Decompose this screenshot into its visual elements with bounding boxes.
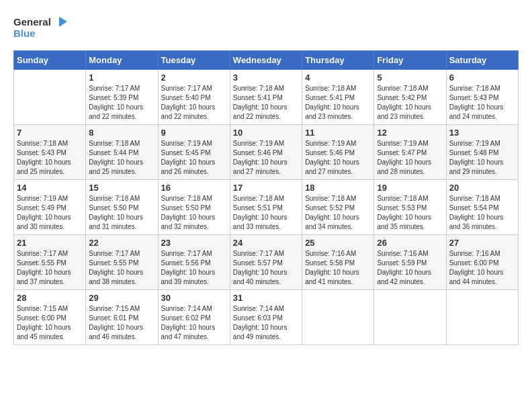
day-info: Sunrise: 7:19 AM Sunset: 5:47 PM Dayligh… <box>377 139 443 177</box>
day-info: Sunrise: 7:18 AM Sunset: 5:43 PM Dayligh… <box>17 139 83 177</box>
day-number: 30 <box>161 293 227 303</box>
day-number: 15 <box>89 183 154 193</box>
day-info: Sunrise: 7:15 AM Sunset: 6:01 PM Dayligh… <box>89 304 154 342</box>
day-info: Sunrise: 7:19 AM Sunset: 5:48 PM Dayligh… <box>449 139 515 177</box>
day-info: Sunrise: 7:16 AM Sunset: 5:59 PM Dayligh… <box>377 249 443 287</box>
day-cell: 16Sunrise: 7:18 AM Sunset: 5:50 PM Dayli… <box>158 180 230 235</box>
day-number: 31 <box>233 293 299 303</box>
day-cell: 5Sunrise: 7:18 AM Sunset: 5:42 PM Daylig… <box>374 70 446 125</box>
header-row: SundayMondayTuesdayWednesdayThursdayFrid… <box>14 51 519 70</box>
day-info: Sunrise: 7:14 AM Sunset: 6:02 PM Dayligh… <box>161 304 227 342</box>
day-number: 28 <box>17 293 83 303</box>
day-number: 3 <box>233 73 299 83</box>
day-cell: 29Sunrise: 7:15 AM Sunset: 6:01 PM Dayli… <box>86 290 158 345</box>
day-cell <box>302 290 374 345</box>
day-number: 20 <box>449 183 515 193</box>
day-cell: 15Sunrise: 7:18 AM Sunset: 5:50 PM Dayli… <box>86 180 158 235</box>
day-info: Sunrise: 7:19 AM Sunset: 5:49 PM Dayligh… <box>17 194 83 232</box>
day-cell: 1Sunrise: 7:17 AM Sunset: 5:39 PM Daylig… <box>86 70 158 125</box>
header-cell-saturday: Saturday <box>446 51 518 70</box>
day-info: Sunrise: 7:17 AM Sunset: 5:56 PM Dayligh… <box>161 249 227 287</box>
day-cell: 28Sunrise: 7:15 AM Sunset: 6:00 PM Dayli… <box>14 290 86 345</box>
day-number: 26 <box>377 238 443 248</box>
day-info: Sunrise: 7:17 AM Sunset: 5:55 PM Dayligh… <box>17 249 83 287</box>
day-info: Sunrise: 7:18 AM Sunset: 5:44 PM Dayligh… <box>89 139 154 177</box>
day-info: Sunrise: 7:19 AM Sunset: 5:45 PM Dayligh… <box>161 139 227 177</box>
day-number: 5 <box>377 73 443 83</box>
day-number: 24 <box>233 238 299 248</box>
week-row-2: 7Sunrise: 7:18 AM Sunset: 5:43 PM Daylig… <box>14 125 519 180</box>
day-number: 22 <box>89 238 154 248</box>
day-number: 7 <box>17 128 83 138</box>
day-cell: 22Sunrise: 7:17 AM Sunset: 5:55 PM Dayli… <box>86 235 158 290</box>
logo-icon: GeneralBlue <box>13 13 74 44</box>
day-number: 25 <box>305 238 371 248</box>
day-number: 18 <box>305 183 371 193</box>
day-cell: 24Sunrise: 7:17 AM Sunset: 5:57 PM Dayli… <box>230 235 302 290</box>
header-cell-thursday: Thursday <box>302 51 374 70</box>
day-cell: 14Sunrise: 7:19 AM Sunset: 5:49 PM Dayli… <box>14 180 86 235</box>
header-cell-sunday: Sunday <box>14 51 86 70</box>
day-cell: 18Sunrise: 7:18 AM Sunset: 5:52 PM Dayli… <box>302 180 374 235</box>
day-cell <box>446 290 518 345</box>
day-cell <box>374 290 446 345</box>
header-cell-wednesday: Wednesday <box>230 51 302 70</box>
day-number: 1 <box>89 73 154 83</box>
day-cell: 23Sunrise: 7:17 AM Sunset: 5:56 PM Dayli… <box>158 235 230 290</box>
day-cell: 31Sunrise: 7:14 AM Sunset: 6:03 PM Dayli… <box>230 290 302 345</box>
day-cell: 9Sunrise: 7:19 AM Sunset: 5:45 PM Daylig… <box>158 125 230 180</box>
day-info: Sunrise: 7:18 AM Sunset: 5:41 PM Dayligh… <box>305 84 371 122</box>
week-row-1: 1Sunrise: 7:17 AM Sunset: 5:39 PM Daylig… <box>14 70 519 125</box>
day-cell: 13Sunrise: 7:19 AM Sunset: 5:48 PM Dayli… <box>446 125 518 180</box>
day-info: Sunrise: 7:18 AM Sunset: 5:41 PM Dayligh… <box>233 84 299 122</box>
day-number: 11 <box>305 128 371 138</box>
day-cell: 27Sunrise: 7:16 AM Sunset: 6:00 PM Dayli… <box>446 235 518 290</box>
day-cell <box>14 70 86 125</box>
day-cell: 3Sunrise: 7:18 AM Sunset: 5:41 PM Daylig… <box>230 70 302 125</box>
day-cell: 19Sunrise: 7:18 AM Sunset: 5:53 PM Dayli… <box>374 180 446 235</box>
day-number: 23 <box>161 238 227 248</box>
day-cell: 17Sunrise: 7:18 AM Sunset: 5:51 PM Dayli… <box>230 180 302 235</box>
calendar-table: SundayMondayTuesdayWednesdayThursdayFrid… <box>13 50 519 345</box>
day-info: Sunrise: 7:16 AM Sunset: 6:00 PM Dayligh… <box>449 249 515 287</box>
day-info: Sunrise: 7:18 AM Sunset: 5:53 PM Dayligh… <box>377 194 443 232</box>
day-info: Sunrise: 7:16 AM Sunset: 5:58 PM Dayligh… <box>305 249 371 287</box>
day-info: Sunrise: 7:15 AM Sunset: 6:00 PM Dayligh… <box>17 304 83 342</box>
day-number: 27 <box>449 238 515 248</box>
day-cell: 6Sunrise: 7:18 AM Sunset: 5:43 PM Daylig… <box>446 70 518 125</box>
day-cell: 20Sunrise: 7:18 AM Sunset: 5:54 PM Dayli… <box>446 180 518 235</box>
day-cell: 21Sunrise: 7:17 AM Sunset: 5:55 PM Dayli… <box>14 235 86 290</box>
day-cell: 11Sunrise: 7:19 AM Sunset: 5:46 PM Dayli… <box>302 125 374 180</box>
week-row-3: 14Sunrise: 7:19 AM Sunset: 5:49 PM Dayli… <box>14 180 519 235</box>
header-cell-tuesday: Tuesday <box>158 51 230 70</box>
logo: GeneralBlue <box>13 13 74 44</box>
svg-text:General: General <box>13 16 51 28</box>
day-cell: 30Sunrise: 7:14 AM Sunset: 6:02 PM Dayli… <box>158 290 230 345</box>
day-info: Sunrise: 7:17 AM Sunset: 5:57 PM Dayligh… <box>233 249 299 287</box>
day-cell: 10Sunrise: 7:19 AM Sunset: 5:46 PM Dayli… <box>230 125 302 180</box>
header: GeneralBlue <box>13 13 519 44</box>
day-cell: 4Sunrise: 7:18 AM Sunset: 5:41 PM Daylig… <box>302 70 374 125</box>
day-info: Sunrise: 7:14 AM Sunset: 6:03 PM Dayligh… <box>233 304 299 342</box>
day-info: Sunrise: 7:17 AM Sunset: 5:55 PM Dayligh… <box>89 249 154 287</box>
week-row-5: 28Sunrise: 7:15 AM Sunset: 6:00 PM Dayli… <box>14 290 519 345</box>
day-info: Sunrise: 7:17 AM Sunset: 5:39 PM Dayligh… <box>89 84 154 122</box>
day-number: 21 <box>17 238 83 248</box>
day-cell: 25Sunrise: 7:16 AM Sunset: 5:58 PM Dayli… <box>302 235 374 290</box>
day-info: Sunrise: 7:17 AM Sunset: 5:40 PM Dayligh… <box>161 84 227 122</box>
svg-marker-1 <box>59 17 67 27</box>
day-number: 4 <box>305 73 371 83</box>
day-cell: 2Sunrise: 7:17 AM Sunset: 5:40 PM Daylig… <box>158 70 230 125</box>
svg-text:Blue: Blue <box>13 28 36 39</box>
day-number: 8 <box>89 128 154 138</box>
day-cell: 8Sunrise: 7:18 AM Sunset: 5:44 PM Daylig… <box>86 125 158 180</box>
day-cell: 12Sunrise: 7:19 AM Sunset: 5:47 PM Dayli… <box>374 125 446 180</box>
day-number: 14 <box>17 183 83 193</box>
day-number: 19 <box>377 183 443 193</box>
day-info: Sunrise: 7:18 AM Sunset: 5:52 PM Dayligh… <box>305 194 371 232</box>
day-number: 9 <box>161 128 227 138</box>
day-info: Sunrise: 7:18 AM Sunset: 5:43 PM Dayligh… <box>449 84 515 122</box>
day-number: 13 <box>449 128 515 138</box>
header-cell-friday: Friday <box>374 51 446 70</box>
header-cell-monday: Monday <box>86 51 158 70</box>
